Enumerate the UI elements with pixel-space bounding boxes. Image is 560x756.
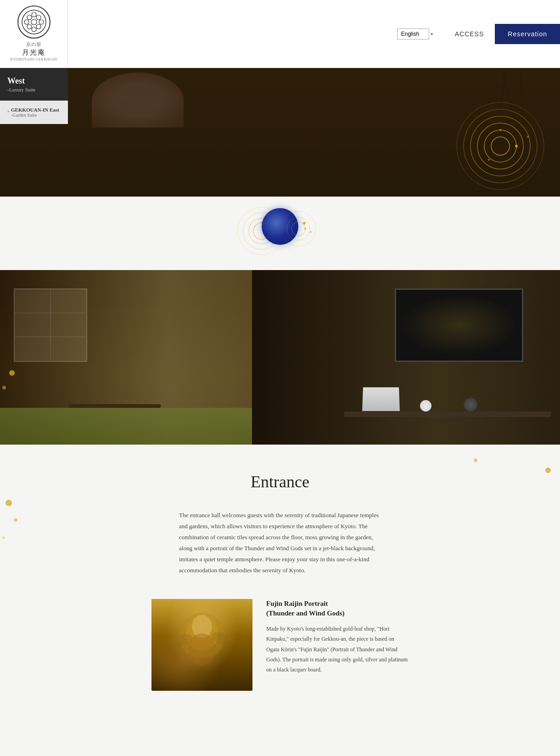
room-photo: [0, 270, 560, 445]
fujin-description: Made by Kyoto's long-established gold-le…: [266, 624, 409, 675]
svg-point-1: [32, 12, 36, 17]
gold-dot-right-2: [474, 458, 477, 462]
svg-point-27: [287, 217, 310, 240]
svg-point-5: [27, 15, 32, 20]
svg-point-2: [32, 27, 36, 32]
header-nav: English 日本語 ACCESS Reservation: [68, 24, 560, 44]
svg-point-4: [39, 20, 44, 24]
svg-point-6: [36, 15, 41, 20]
hero-background: GUEST ROOM: [0, 68, 560, 197]
fujin-text: Fujin Raijin Portrait (Thunder and Wind …: [266, 599, 409, 675]
svg-point-26: [291, 222, 305, 236]
lang-wrapper[interactable]: English 日本語: [397, 28, 437, 39]
entrance-section: Entrance The entrance hall welcomes gues…: [0, 445, 560, 728]
svg-point-28: [285, 211, 316, 246]
logo-area: 京の宿 月光庵 KYOMOYADO GEKKOGAN: [0, 0, 68, 68]
svg-point-29: [304, 228, 306, 230]
logo-circle: [17, 6, 50, 39]
sidebar-item-west[interactable]: West -Luxury Suite: [0, 68, 68, 101]
gold-dot-right: [545, 468, 551, 473]
moon-section: [0, 197, 560, 270]
entrance-description: The entrance hall welcomes guests with t…: [179, 510, 381, 576]
svg-point-3: [24, 20, 29, 24]
moon-decoration: [243, 203, 317, 263]
sidebar: West -Luxury Suite › GEKKOUAN-IN East -G…: [0, 68, 68, 124]
fujin-image-inner: [151, 599, 252, 691]
spiral-right: [285, 208, 330, 249]
logo-text: 京の宿 月光庵 KYOMOYADO GEKKOGAN: [10, 41, 57, 62]
svg-point-30: [297, 220, 298, 222]
hero-section: GUEST ROOM: [0, 68, 560, 197]
access-button[interactable]: ACCESS: [444, 24, 495, 44]
language-select[interactable]: English 日本語: [397, 28, 429, 39]
header: 京の宿 月光庵 KYOMOYADO GEKKOGAN English 日本語 A…: [0, 0, 560, 68]
entrance-title: Entrance: [18, 472, 542, 491]
gold-dot-left-large: [6, 500, 12, 506]
gold-dot-left-small: [14, 518, 17, 522]
gold-dot-left-tiny: [2, 536, 5, 539]
reservation-button[interactable]: Reservation: [495, 24, 560, 44]
sidebar-item-east[interactable]: › GEKKOUAN-IN East -Garden Suite: [0, 101, 68, 124]
svg-point-7: [27, 24, 32, 29]
fujin-image: [151, 599, 252, 691]
fujin-title: Fujin Raijin Portrait (Thunder and Wind …: [266, 599, 409, 618]
room-photo-inner: [0, 270, 560, 445]
fujin-section: Fujin Raijin Portrait (Thunder and Wind …: [151, 599, 409, 709]
svg-point-9: [31, 19, 37, 25]
chevron-right-icon: ›: [7, 107, 9, 114]
svg-point-8: [36, 24, 41, 29]
svg-point-0: [22, 10, 46, 34]
